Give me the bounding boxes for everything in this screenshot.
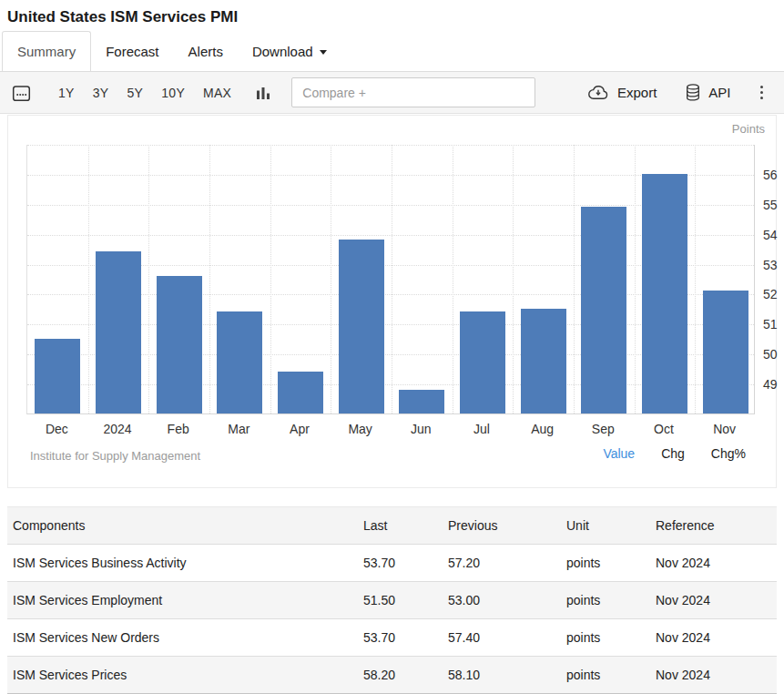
grid-line-v [270, 145, 271, 413]
tab-summary[interactable]: Summary [2, 31, 91, 71]
last-value-cell: 53.70 [358, 619, 443, 657]
x-tick-label: Sep [573, 422, 634, 436]
mode-value[interactable]: Value [603, 446, 635, 461]
table-header-row: Components Last Previous Unit Reference [7, 507, 777, 545]
y-tick-label: 56 [763, 168, 784, 182]
bar-sep[interactable] [581, 207, 626, 413]
more-options-button[interactable] [751, 80, 773, 106]
x-tick-label: Feb [148, 422, 209, 436]
x-tick-label: Jul [452, 422, 513, 436]
api-label: API [708, 85, 730, 100]
grid-line-v [392, 145, 392, 413]
previous-value-cell: 57.20 [443, 545, 561, 582]
plot-area [26, 145, 755, 414]
tab-alerts-label: Alerts [188, 44, 223, 59]
unit-cell: points [561, 545, 650, 582]
x-tick-label: Apr [270, 422, 331, 436]
grid-line-v [148, 145, 149, 413]
x-tick-label: 2024 [87, 422, 148, 436]
toolbar-right-group: Export API [580, 78, 772, 107]
source-attribution: Institute for Supply Management [30, 449, 200, 463]
tab-forecast[interactable]: Forecast [91, 32, 173, 71]
tab-download[interactable]: Download [238, 32, 341, 71]
grid-line-v [513, 145, 514, 413]
components-table-body: ISM Services Business Activity53.7057.20… [7, 545, 777, 694]
table-row[interactable]: ISM Services Prices58.2058.10pointsNov 2… [7, 657, 777, 694]
component-name-cell: ISM Services Business Activity [7, 545, 358, 582]
mode-chg-pct[interactable]: Chg% [711, 446, 746, 461]
col-header-reference: Reference [650, 507, 777, 545]
unit-cell: points [561, 657, 650, 694]
kebab-menu-icon [760, 86, 764, 89]
page-title: United States ISM Services PMI [0, 0, 784, 27]
range-button-5y[interactable]: 5Y [117, 80, 152, 106]
tab-alerts[interactable]: Alerts [174, 32, 238, 71]
bar-dec[interactable] [35, 339, 80, 413]
unit-cell: points [561, 582, 650, 619]
value-mode-switch: Value Chg Chg% [603, 446, 746, 461]
component-name-cell: ISM Services Prices [7, 657, 358, 694]
bar-aug[interactable] [521, 309, 566, 413]
chart-type-button[interactable] [255, 85, 271, 101]
bar-apr[interactable] [278, 372, 323, 413]
bar-jul[interactable] [460, 311, 505, 413]
bar-mar[interactable] [217, 311, 262, 413]
bar-chart-icon [255, 85, 271, 101]
col-header-components: Components [7, 507, 358, 545]
database-icon [686, 84, 700, 101]
table-row[interactable]: ISM Services Employment51.5053.00pointsN… [7, 582, 777, 619]
mode-chg[interactable]: Chg [661, 446, 685, 461]
table-row[interactable]: ISM Services New Orders53.7057.40pointsN… [7, 619, 777, 657]
reference-cell: Nov 2024 [650, 619, 777, 657]
previous-value-cell: 57.40 [443, 619, 561, 657]
grid-line-h [27, 145, 754, 146]
previous-value-cell: 53.00 [443, 582, 561, 619]
reference-cell: Nov 2024 [650, 582, 777, 619]
calendar-icon [12, 84, 31, 102]
reference-cell: Nov 2024 [650, 545, 777, 582]
bar-2024[interactable] [96, 251, 141, 413]
col-header-unit: Unit [561, 507, 650, 545]
table-row[interactable]: ISM Services Business Activity53.7057.20… [7, 545, 777, 582]
grid-line-v [574, 145, 575, 413]
cloud-download-icon [587, 85, 609, 100]
range-button-1y[interactable]: 1Y [49, 80, 84, 106]
export-label: Export [617, 85, 657, 100]
api-button[interactable]: API [678, 78, 738, 107]
bar-may[interactable] [339, 240, 384, 413]
grid-line-v [209, 145, 210, 413]
col-header-previous: Previous [443, 507, 561, 545]
bar-jun[interactable] [399, 390, 444, 413]
component-name-cell: ISM Services Employment [7, 582, 358, 619]
y-axis-unit-label: Points [732, 122, 765, 136]
components-table: Components Last Previous Unit Reference … [7, 506, 777, 694]
tab-download-label: Download [252, 44, 313, 59]
previous-value-cell: 58.10 [443, 657, 561, 694]
tab-bar: Summary Forecast Alerts Download [0, 30, 784, 72]
grid-line-v [88, 145, 89, 413]
reference-cell: Nov 2024 [650, 657, 777, 694]
y-tick-label: 52 [763, 287, 784, 301]
y-tick-label: 49 [763, 377, 784, 392]
range-button-10y[interactable]: 10Y [152, 80, 194, 106]
x-tick-label: May [330, 422, 391, 436]
x-tick-label: Oct [634, 422, 695, 436]
compare-input[interactable] [291, 77, 535, 107]
bar-oct[interactable] [642, 174, 687, 413]
grid-line-v [635, 145, 636, 413]
x-tick-label: Dec [26, 422, 87, 436]
col-header-last: Last [358, 507, 443, 545]
y-tick-label: 54 [763, 228, 784, 242]
range-button-max[interactable]: MAX [194, 80, 240, 106]
bar-nov[interactable] [703, 291, 748, 413]
x-tick-label: Mar [209, 422, 270, 436]
last-value-cell: 58.20 [358, 657, 443, 694]
range-button-3y[interactable]: 3Y [84, 80, 118, 106]
tab-summary-label: Summary [17, 44, 76, 59]
calendar-button[interactable] [12, 84, 31, 102]
grid-line-v [331, 145, 331, 413]
bar-feb[interactable] [157, 276, 202, 413]
y-tick-label: 50 [763, 347, 784, 362]
export-button[interactable]: Export [580, 79, 664, 106]
x-tick-label: Jun [391, 422, 452, 436]
